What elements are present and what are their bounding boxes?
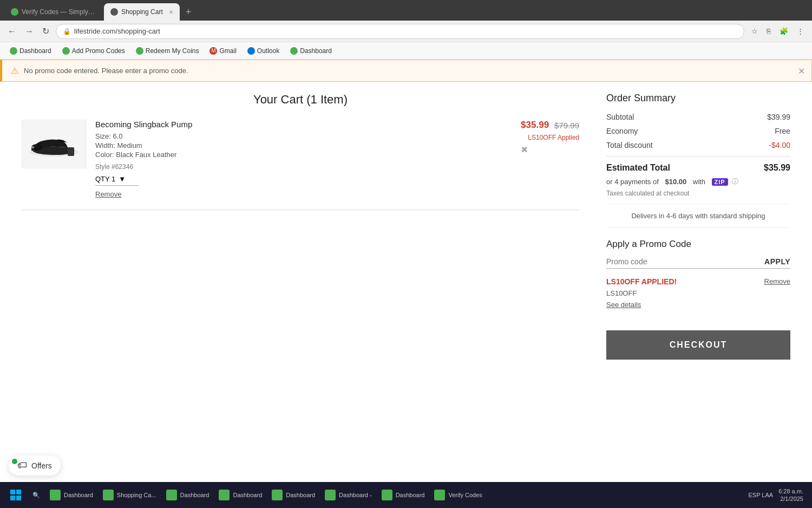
promo-code-input[interactable] — [606, 257, 764, 266]
tab-verify-codes[interactable]: Verify Codes — SimplyCodes — [4, 3, 104, 21]
promo-applied-badge: LS10OFF Applied — [528, 134, 579, 141]
svg-rect-3 — [31, 146, 34, 148]
tab-label-active: Shopping Cart — [121, 8, 163, 16]
taskbar-label-5: Dashboard - — [339, 492, 372, 498]
summary-divider — [606, 156, 790, 157]
taskbar-label-3: Dashboard — [233, 492, 262, 498]
taskbar-icon-2 — [166, 490, 177, 500]
discount-value: -$4.00 — [769, 141, 790, 149]
taskbar-item-7[interactable]: Verify Codes — [430, 484, 486, 506]
subtotal-value: $39.99 — [767, 113, 790, 121]
bookmarks-bar: Dashboard Add Promo Codes Redeem My Coin… — [0, 42, 812, 60]
discount-label: Total discount — [606, 141, 653, 149]
share-icon[interactable]: ⎘ — [764, 25, 774, 37]
taskbar-icon-1 — [103, 490, 114, 500]
shoe-illustration — [27, 125, 81, 163]
svg-rect-1 — [68, 147, 74, 156]
taskbar-item-6[interactable]: Dashboard — [377, 484, 429, 506]
zip-logo: ZIP — [712, 178, 728, 186]
total-value: $35.99 — [764, 163, 790, 173]
forward-button[interactable]: → — [23, 24, 36, 38]
zip-row: or 4 payments of $10.00 with ZIP ⓘ — [606, 177, 790, 186]
clock-date: 2/1/2025 — [778, 495, 803, 503]
taskbar-lang: ESP LAA — [748, 492, 773, 498]
bookmark-star-icon[interactable]: ☆ — [749, 25, 761, 37]
back-button[interactable]: ← — [5, 24, 18, 38]
windows-icon — [10, 490, 21, 500]
taskbar-icon-7 — [434, 490, 445, 500]
cart-section: Your Cart (1 Item) — [22, 93, 590, 473]
taskbar: 🔍 Dashboard Shopping Ca... Dashboard Das… — [0, 482, 812, 508]
order-summary-title: Order Summary — [606, 93, 790, 104]
price-original: $79.99 — [554, 121, 579, 130]
taskbar-item-0[interactable]: Dashboard — [45, 484, 97, 506]
address-icons: ☆ ⎘ 🧩 ⋮ — [749, 25, 807, 37]
bookmark-dashboard[interactable]: Dashboard — [5, 45, 56, 56]
address-bar: ← → ↻ 🔒 lifestride.com/shopping-cart ☆ ⎘… — [0, 21, 812, 42]
bookmark-dashboard2[interactable]: Dashboard — [286, 45, 336, 56]
new-tab-button[interactable]: + — [180, 3, 197, 21]
promo-section: Apply a Promo Code APPLY LS10OFF APPLIED… — [606, 239, 790, 320]
remove-x-button[interactable]: ✖ — [521, 145, 528, 155]
alert-close-button[interactable]: ✕ — [798, 66, 805, 76]
page-content: Your Cart (1 Item) — [0, 82, 812, 484]
item-size: Size: 6.0 — [95, 132, 512, 140]
offers-tag-icon: 🏷 — [17, 460, 27, 471]
taskbar-item-2[interactable]: Dashboard — [162, 484, 214, 506]
taskbar-icon-5 — [325, 490, 336, 500]
discount-row: Total discount -$4.00 — [606, 141, 790, 149]
taskbar-label-0: Dashboard — [64, 492, 93, 498]
taskbar-item-5[interactable]: Dashboard - — [320, 484, 376, 506]
taskbar-label-2: Dashboard — [180, 492, 209, 498]
alert-icon: ⚠ — [11, 66, 18, 76]
remove-item-link[interactable]: Remove — [95, 190, 121, 198]
bookmark-add-promo[interactable]: Add Promo Codes — [58, 45, 129, 56]
promo-applied-label: LS10OFF APPLIED! — [606, 277, 677, 286]
promo-applied-row: LS10OFF APPLIED! Remove — [606, 277, 790, 286]
bookmark-gmail[interactable]: M Gmail — [205, 45, 240, 56]
zip-text: or 4 payments of — [606, 178, 659, 186]
total-label: Estimated Total — [606, 163, 670, 173]
taskbar-icon-0 — [50, 490, 61, 500]
extensions-icon[interactable]: 🧩 — [777, 25, 791, 37]
promo-remove-link[interactable]: Remove — [764, 277, 790, 285]
url-bar[interactable]: 🔒 lifestride.com/shopping-cart — [56, 24, 744, 39]
taskbar-item-1[interactable]: Shopping Ca... — [99, 484, 161, 506]
reload-button[interactable]: ↻ — [40, 24, 51, 38]
tab-label: Verify Codes — SimplyCodes — [22, 8, 97, 16]
zip-amount: $10.00 — [665, 178, 686, 186]
order-summary: Order Summary Subtotal $39.99 Economy Fr… — [606, 93, 790, 473]
tab-close-icon[interactable]: ✕ — [169, 9, 173, 15]
promo-section-title: Apply a Promo Code — [606, 239, 790, 250]
tab-shopping-cart[interactable]: Shopping Cart ✕ — [104, 3, 180, 21]
item-style: Style #62346 — [95, 163, 512, 171]
start-button[interactable] — [4, 484, 27, 506]
see-details-link[interactable]: See details — [606, 301, 641, 309]
promo-code-name: LS10OFF — [606, 289, 790, 297]
offers-label: Offers — [31, 461, 52, 470]
qty-chevron-icon: ▼ — [119, 175, 126, 183]
taskbar-label-4: Dashboard — [286, 492, 315, 498]
taskbar-item-3[interactable]: Dashboard — [214, 484, 266, 506]
clock-time: 6:28 a.m. — [778, 487, 803, 495]
checkout-button[interactable]: CHECKOUT — [606, 330, 790, 360]
qty-selector[interactable]: QTY 1 ▼ — [95, 175, 139, 186]
cart-title: Your Cart (1 Item) — [22, 93, 579, 107]
offers-widget[interactable]: 🏷 Offers — [9, 455, 61, 476]
search-icon: 🔍 — [32, 492, 40, 499]
economy-label: Economy — [606, 127, 638, 135]
bookmark-outlook[interactable]: Outlook — [243, 45, 284, 56]
item-details: Becoming Slingback Pump Size: 6.0 Width:… — [95, 120, 512, 199]
item-width: Width: Medium — [95, 141, 512, 149]
bookmark-redeem-coins[interactable]: Redeem My Coins — [132, 45, 204, 56]
qty-label: QTY 1 — [95, 175, 115, 183]
apply-promo-button[interactable]: APPLY — [764, 257, 790, 266]
zip-info-icon[interactable]: ⓘ — [732, 177, 738, 186]
taskbar-search[interactable]: 🔍 — [28, 484, 44, 506]
svg-rect-4 — [10, 490, 15, 494]
taskbar-icon-4 — [272, 490, 283, 500]
menu-icon[interactable]: ⋮ — [794, 25, 807, 37]
delivery-note: Delivers in 4-6 days with standard shipp… — [606, 204, 790, 228]
taskbar-item-4[interactable]: Dashboard — [267, 484, 319, 506]
item-image — [22, 120, 87, 168]
